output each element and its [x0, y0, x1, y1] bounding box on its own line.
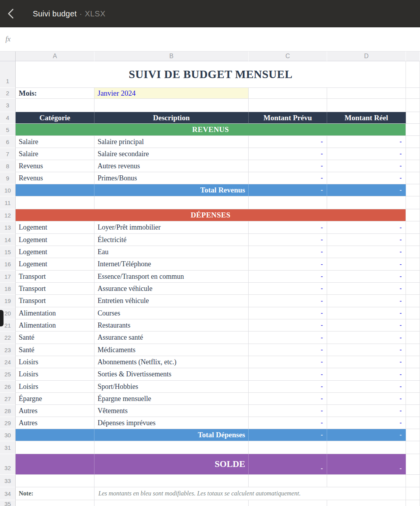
- cell-c25[interactable]: -: [249, 368, 327, 381]
- cell-a6[interactable]: Salaire: [16, 136, 94, 148]
- cell-a7[interactable]: Salaire: [16, 148, 94, 160]
- row-number-30[interactable]: 30: [0, 429, 16, 441]
- cell-a13[interactable]: Logement: [16, 221, 94, 234]
- cell-c20[interactable]: -: [249, 307, 327, 319]
- cell-d33[interactable]: [327, 475, 406, 487]
- cell-d9[interactable]: -: [327, 172, 406, 184]
- cell-c30[interactable]: -: [249, 429, 327, 441]
- row-number-11[interactable]: 11: [0, 196, 16, 209]
- cell-d11[interactable]: [327, 196, 406, 209]
- cell-d8[interactable]: -: [327, 160, 406, 172]
- row-number-26[interactable]: 26: [0, 381, 16, 393]
- row-number-10[interactable]: 10: [0, 184, 16, 196]
- row-number-4[interactable]: 4: [0, 112, 16, 124]
- cell-b13[interactable]: Loyer/Prêt immobilier: [94, 221, 249, 234]
- cell-c7[interactable]: -: [249, 148, 327, 160]
- cell-c15[interactable]: -: [249, 246, 327, 258]
- cell-c9[interactable]: -: [249, 172, 327, 184]
- cell-c31[interactable]: [249, 441, 327, 454]
- cell-c19[interactable]: -: [249, 295, 327, 307]
- cell-b27[interactable]: Épargne mensuelle: [94, 393, 249, 405]
- cell-b3[interactable]: [94, 99, 249, 112]
- cell-c33[interactable]: [249, 475, 327, 487]
- cell-e20[interactable]: [406, 307, 420, 319]
- cell-d20[interactable]: -: [327, 307, 406, 319]
- cell-c13[interactable]: -: [249, 221, 327, 234]
- cell-section-5[interactable]: REVENUS: [16, 124, 406, 136]
- cell-e25[interactable]: [406, 368, 420, 381]
- cell-a31[interactable]: [16, 441, 94, 454]
- cell-e34[interactable]: [406, 487, 420, 500]
- cell-c35[interactable]: [249, 500, 327, 506]
- row-number-34[interactable]: 34: [0, 487, 16, 500]
- cell-c26[interactable]: -: [249, 381, 327, 393]
- cell-d27[interactable]: -: [327, 393, 406, 405]
- cell-a32[interactable]: [16, 454, 94, 475]
- row-number-18[interactable]: 18: [0, 283, 16, 295]
- cell-header-b4[interactable]: Description: [94, 112, 249, 124]
- row-number-6[interactable]: 6: [0, 136, 16, 148]
- cell-d16[interactable]: -: [327, 258, 406, 271]
- cell-c10[interactable]: -: [249, 184, 327, 196]
- cell-a30[interactable]: [16, 429, 94, 441]
- row-number-9[interactable]: 9: [0, 172, 16, 184]
- cell-b28[interactable]: Vêtements: [94, 405, 249, 417]
- cell-e19[interactable]: [406, 295, 420, 307]
- row-number-7[interactable]: 7: [0, 148, 16, 160]
- cell-d2[interactable]: [327, 88, 406, 99]
- cell-e7[interactable]: [406, 148, 420, 160]
- cell-d14[interactable]: -: [327, 234, 406, 246]
- cell-c18[interactable]: -: [249, 283, 327, 295]
- row-number-33[interactable]: 33: [0, 475, 16, 487]
- cell-e30[interactable]: [406, 429, 420, 441]
- cell-d29[interactable]: -: [327, 417, 406, 429]
- cell-d3[interactable]: [327, 99, 406, 112]
- cell-c6[interactable]: -: [249, 136, 327, 148]
- cell-a16[interactable]: Logement: [16, 258, 94, 271]
- cell-header-d4[interactable]: Montant Réel: [327, 112, 406, 124]
- cell-e5[interactable]: [406, 124, 420, 136]
- row-number-23[interactable]: 23: [0, 344, 16, 356]
- cell-a24[interactable]: Loisirs: [16, 356, 94, 368]
- cell-c23[interactable]: -: [249, 344, 327, 356]
- cell-e32[interactable]: [406, 454, 420, 475]
- cell-a18[interactable]: Transport: [16, 283, 94, 295]
- cell-e8[interactable]: [406, 160, 420, 172]
- cell-e23[interactable]: [406, 344, 420, 356]
- cell-b22[interactable]: Assurance santé: [94, 331, 249, 344]
- cell-c2[interactable]: [249, 88, 327, 99]
- scrollbar-thumb[interactable]: [0, 310, 4, 326]
- cell-b33[interactable]: [94, 475, 249, 487]
- cell-c3[interactable]: [249, 99, 327, 112]
- row-number-17[interactable]: 17: [0, 271, 16, 283]
- cell-a20[interactable]: Alimentation: [16, 307, 94, 319]
- cell-d7[interactable]: -: [327, 148, 406, 160]
- cell-d31[interactable]: [327, 441, 406, 454]
- cell-e22[interactable]: [406, 331, 420, 344]
- cell-d15[interactable]: -: [327, 246, 406, 258]
- cell-b9[interactable]: Primes/Bonus: [94, 172, 249, 184]
- cell-b20[interactable]: Courses: [94, 307, 249, 319]
- cell-e27[interactable]: [406, 393, 420, 405]
- cell-e3[interactable]: [406, 99, 420, 112]
- cell-a8[interactable]: Revenus: [16, 160, 94, 172]
- cell-b8[interactable]: Autres revenus: [94, 160, 249, 172]
- row-number-29[interactable]: 29: [0, 417, 16, 429]
- cell-e29[interactable]: [406, 417, 420, 429]
- cell-c27[interactable]: -: [249, 393, 327, 405]
- cell-e15[interactable]: [406, 246, 420, 258]
- cell-c29[interactable]: -: [249, 417, 327, 429]
- cell-e12[interactable]: [406, 209, 420, 221]
- cell-a33[interactable]: [16, 475, 94, 487]
- cell-d6[interactable]: -: [327, 136, 406, 148]
- cell-e11[interactable]: [406, 196, 420, 209]
- row-number-3[interactable]: 3: [0, 99, 16, 112]
- cell-a27[interactable]: Épargne: [16, 393, 94, 405]
- cell-title[interactable]: SUIVI DE BUDGET MENSUEL: [16, 61, 406, 88]
- cell-header-a4[interactable]: Catégorie: [16, 112, 94, 124]
- cell-b19[interactable]: Entretien véhicule: [94, 295, 249, 307]
- cell-e28[interactable]: [406, 405, 420, 417]
- cell-e9[interactable]: [406, 172, 420, 184]
- cell-d10[interactable]: -: [327, 184, 406, 196]
- cell-e26[interactable]: [406, 381, 420, 393]
